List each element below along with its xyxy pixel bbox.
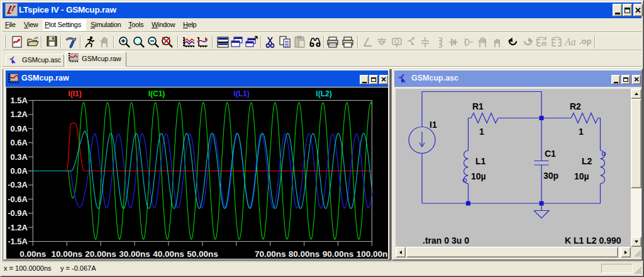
svg-text:1.5A: 1.5A (11, 96, 28, 105)
svg-text:I(I1): I(I1) (68, 89, 81, 98)
svg-text:C1: C1 (545, 149, 556, 159)
svg-text:0.6A: 0.6A (11, 138, 28, 147)
svg-text:-1.2A: -1.2A (8, 223, 28, 232)
svg-text:0.00ns: 0.00ns (19, 249, 46, 259)
svg-text:R1: R1 (472, 101, 484, 111)
svg-text:30p: 30p (543, 171, 558, 181)
svg-text:1.2A: 1.2A (11, 110, 28, 119)
svg-text:L1: L1 (475, 156, 486, 166)
svg-text:-0.6A: -0.6A (8, 195, 28, 204)
svg-text:0.0A: 0.0A (11, 166, 28, 176)
svg-text:-0.9A: -0.9A (8, 208, 28, 218)
svg-text:-1.5A: -1.5A (8, 237, 28, 246)
svg-text:70.00ns: 70.00ns (255, 249, 286, 259)
svg-text:40.00ns: 40.00ns (153, 249, 184, 259)
svg-text:30.00ns: 30.00ns (119, 249, 150, 259)
svg-text:100.00n: 100.00n (357, 249, 388, 259)
svg-text:K L1 L2 0.990: K L1 L2 0.990 (565, 235, 621, 246)
svg-text:R2: R2 (570, 101, 581, 111)
svg-text:I1: I1 (430, 120, 437, 130)
svg-text:I(L1): I(L1) (233, 89, 249, 98)
svg-text:L2: L2 (582, 156, 592, 166)
svg-text:-0.3A: -0.3A (8, 180, 28, 189)
svg-text:1: 1 (479, 127, 484, 137)
svg-text:.tran 0 3u 0: .tran 0 3u 0 (423, 235, 469, 246)
svg-text:10µ: 10µ (471, 171, 486, 181)
svg-text:I(L2): I(L2) (316, 89, 331, 98)
svg-text:90.00ns: 90.00ns (323, 249, 354, 259)
svg-text:10.00ns: 10.00ns (51, 249, 82, 259)
svg-text:10µ: 10µ (574, 171, 589, 181)
svg-text:I(C1): I(C1) (148, 89, 165, 98)
svg-text:0.9A: 0.9A (11, 124, 28, 133)
svg-text:50.00ns: 50.00ns (187, 249, 218, 259)
svg-text:1: 1 (579, 127, 584, 137)
svg-text:20.00ns: 20.00ns (85, 249, 116, 259)
svg-text:80.00ns: 80.00ns (289, 249, 320, 259)
svg-text:0.3A: 0.3A (11, 152, 28, 162)
